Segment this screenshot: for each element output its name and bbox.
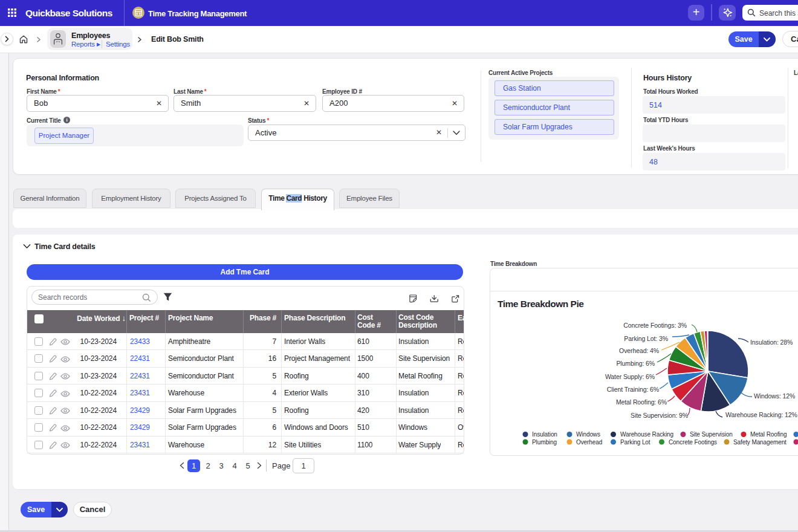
- svg-text:Warehouse Racking: Warehouse Racking: [620, 431, 673, 438]
- svg-text:Metal Roofing: Metal Roofing: [750, 431, 787, 438]
- svg-text:Parking Lot: 3%: Parking Lot: 3%: [624, 335, 668, 342]
- svg-text:Overhead: 4%: Overhead: 4%: [619, 347, 659, 354]
- svg-text:Plumbing: Plumbing: [532, 439, 557, 446]
- svg-text:Site Supervision: 9%: Site Supervision: 9%: [631, 412, 688, 419]
- svg-text:Metal Roofing: 6%: Metal Roofing: 6%: [616, 398, 667, 406]
- svg-text:Concrete Footings: Concrete Footings: [669, 439, 717, 446]
- svg-text:Insulation: Insulation: [532, 431, 557, 438]
- svg-text:Concrete Footings: 3%: Concrete Footings: 3%: [623, 322, 687, 329]
- svg-text:Site Supervision: Site Supervision: [690, 431, 733, 438]
- svg-text:Windows: 12%: Windows: 12%: [754, 392, 795, 400]
- svg-text:Water Supply: 6%: Water Supply: 6%: [605, 373, 655, 380]
- svg-text:Client Training: 6%: Client Training: 6%: [607, 386, 659, 393]
- svg-text:Plumbing: 6%: Plumbing: 6%: [616, 360, 655, 367]
- svg-text:Parking Lot: Parking Lot: [620, 439, 650, 446]
- svg-text:Insulation: 28%: Insulation: 28%: [750, 339, 793, 346]
- svg-text:Warehouse Racking: 12%: Warehouse Racking: 12%: [725, 411, 797, 418]
- svg-text:Overhead: Overhead: [576, 439, 602, 446]
- svg-text:Safety Management: Safety Management: [733, 439, 787, 446]
- svg-text:Windows: Windows: [576, 431, 600, 438]
